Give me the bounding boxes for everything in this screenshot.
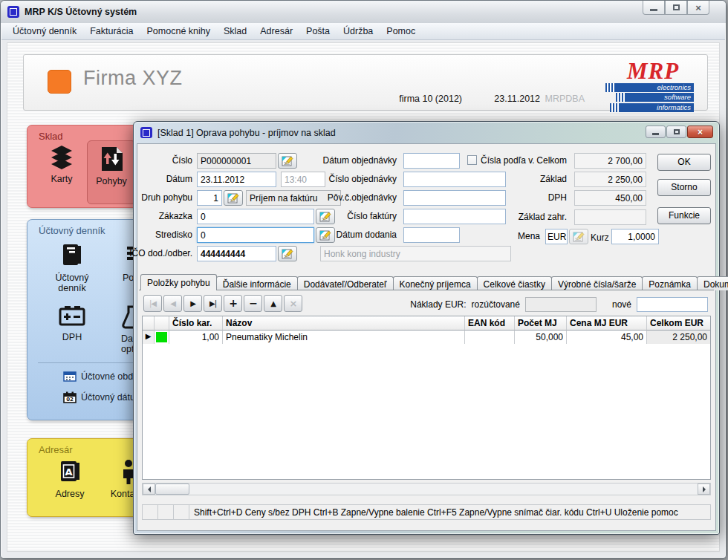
mena-lookup-button[interactable]: [569, 229, 588, 244]
statusbar-cell: [174, 505, 189, 519]
mena-label: Mena: [518, 231, 540, 241]
datum-objednavky-label: Dátum objednávky: [323, 155, 397, 166]
tab-dodavatel-odberatel[interactable]: Dodávateľ/Odberateľ: [297, 276, 394, 290]
menu-udrzba[interactable]: Údržba: [337, 24, 380, 39]
uctovny-dennik-label: Účtovnýdenník: [55, 273, 88, 293]
druh-pohybu-field[interactable]: 1: [197, 190, 222, 206]
kurz-field[interactable]: 1,0000: [611, 229, 659, 244]
tab-dokumenty[interactable]: Dokumenty: [697, 276, 728, 290]
tab-konecny-prijemca[interactable]: Konečný príjemca: [393, 276, 478, 290]
zakazka-field[interactable]: 0: [197, 209, 314, 224]
tab-celkove-ciastky[interactable]: Celkové čiastky: [477, 276, 552, 290]
pov-c-objednavky-field[interactable]: [403, 190, 506, 206]
cisla-podla-checkbox[interactable]: [467, 155, 477, 165]
datum-dodania-label: Dátum dodania: [337, 229, 397, 240]
mena-field[interactable]: EUR: [545, 229, 568, 244]
menu-adresar[interactable]: Adresár: [253, 24, 299, 39]
zakazka-lookup-button[interactable]: [316, 209, 335, 224]
celkom-label: Celkom: [536, 155, 567, 166]
row-color-cell: [155, 331, 169, 344]
tab-dalsie-informacie[interactable]: Ďalšie informácie: [216, 276, 298, 290]
adresy-button[interactable]: A Adresy: [44, 458, 96, 499]
nav-edit-button[interactable]: ▲: [264, 295, 282, 312]
close-button[interactable]: ×: [687, 1, 709, 15]
grid-header-celkom[interactable]: Celkom EUR: [647, 316, 710, 331]
scroll-left-button[interactable]: [143, 484, 155, 495]
nove-field[interactable]: [637, 297, 708, 312]
datum-field[interactable]: 23.11.2012: [197, 172, 276, 187]
sklad-pohyby-button[interactable]: Pohyby: [87, 140, 136, 204]
funkcie-button[interactable]: Funkcie: [657, 207, 711, 224]
ico-lookup-button[interactable]: [278, 246, 297, 261]
grid-header-pocet-mj[interactable]: Počet MJ: [515, 316, 567, 331]
minimize-button[interactable]: [643, 1, 665, 15]
scrollbar-thumb[interactable]: [155, 484, 189, 495]
stredisko-lookup-button[interactable]: [316, 227, 335, 243]
grid-header-nazov[interactable]: Názov: [223, 316, 465, 331]
nav-delete-button[interactable]: −: [244, 295, 262, 312]
main-window-title: MRP K/S Účtovný systém: [25, 7, 137, 17]
menu-uctovny-dennik[interactable]: Účtovný denník: [6, 24, 83, 39]
cislo-faktury-field[interactable]: [403, 209, 506, 224]
nav-first-button[interactable]: |◀: [143, 295, 162, 312]
dialog-icon: [140, 127, 152, 138]
uctovne-obdobie-link[interactable]: Účtovné obdob: [63, 371, 143, 382]
zaklad-field: 2 250,00: [574, 172, 646, 187]
row-indicator-icon: ▶: [143, 331, 155, 344]
horizontal-scrollbar[interactable]: [142, 483, 711, 495]
notepad-pencil-icon: [227, 192, 239, 204]
grid-header-ean[interactable]: EAN kód: [465, 316, 515, 331]
movements-doc-icon: [98, 146, 125, 172]
mrp-logo: MRP electronics software informatics: [612, 61, 694, 105]
sklad-karty-label: Karty: [51, 174, 72, 184]
panel-adresar-title: Adresár: [39, 444, 73, 455]
tab-polozky-pohybu[interactable]: Položky pohybu: [140, 274, 217, 290]
menu-pomocne-knihy[interactable]: Pomocné knihy: [140, 24, 217, 39]
dialog-close-button[interactable]: ×: [687, 126, 713, 138]
tab-poznamka[interactable]: Poznámka: [642, 276, 698, 290]
grid-data-row[interactable]: ▶ 1,00 Pneumatiky Michelin 50,000 45,00 …: [143, 331, 710, 344]
stredisko-field[interactable]: 0: [197, 227, 314, 243]
menu-posta[interactable]: Pošta: [299, 24, 337, 39]
zaklad-zahr-label: Základ zahr.: [519, 212, 567, 222]
tab-strip: Položky pohybu Ďalšie informácie Dodávat…: [140, 275, 728, 290]
datum-label: Dátum: [166, 174, 192, 184]
row-cena-mj: 45,00: [567, 331, 647, 344]
main-titlebar: MRP K/S Účtovný systém: [1, 1, 726, 23]
dialog-minimize-button[interactable]: [646, 126, 666, 138]
uctovny-dennik-button[interactable]: Účtovnýdenník: [41, 242, 103, 293]
tab-vyrobne-cisla-sarze[interactable]: Výrobné čísla/šarže: [551, 276, 643, 290]
nav-prior-button[interactable]: ◀: [163, 295, 182, 312]
druh-pohybu-lookup-button[interactable]: [224, 190, 243, 206]
menu-fakturacia[interactable]: Fakturácia: [83, 24, 140, 39]
grid-header-cislo-kar[interactable]: Číslo kar.: [169, 316, 223, 331]
menu-pomoc[interactable]: Pomoc: [380, 24, 422, 39]
nav-cancel-button[interactable]: ×: [284, 295, 302, 312]
storno-button[interactable]: Storno: [657, 179, 711, 196]
scroll-right-button[interactable]: [698, 484, 710, 495]
cislo-field[interactable]: P000000001: [197, 153, 276, 169]
grid-header-cena-mj[interactable]: Cena MJ EUR: [567, 316, 647, 331]
company-name: Firma XYZ: [83, 67, 183, 90]
dialog-maximize-button[interactable]: [666, 126, 686, 138]
uctovny-datum-link[interactable]: 02 Účtovný dátum: [63, 391, 143, 403]
datum-dodania-field[interactable]: [403, 227, 460, 243]
menu-sklad[interactable]: Sklad: [217, 24, 253, 39]
dialog-statusbar: Shift+Ctrl+D Ceny s/bez DPH Ctrl+B Zapne…: [142, 504, 711, 520]
nav-last-button[interactable]: ▶|: [204, 295, 222, 312]
rozuctovane-field: [525, 297, 597, 312]
sklad-karty-button[interactable]: Karty: [38, 145, 85, 184]
dph-button[interactable]: DPH: [41, 305, 103, 342]
cislo-lookup-button[interactable]: [278, 153, 297, 169]
ico-field[interactable]: 444444444: [197, 246, 276, 261]
nav-insert-button[interactable]: +: [224, 295, 242, 312]
ok-button[interactable]: OK: [657, 154, 711, 171]
maximize-button[interactable]: [665, 1, 687, 15]
cislo-objednavky-field[interactable]: [403, 172, 506, 187]
datum-objednavky-field[interactable]: [403, 153, 460, 169]
row-cislo-kar: 1,00: [169, 331, 223, 344]
mrp-logo-line-software: software: [625, 93, 694, 102]
cas-field[interactable]: 13:40: [281, 172, 325, 187]
cislo-objednavky-label: Číslo objednávky: [329, 174, 397, 184]
nav-next-button[interactable]: ▶: [183, 295, 202, 312]
